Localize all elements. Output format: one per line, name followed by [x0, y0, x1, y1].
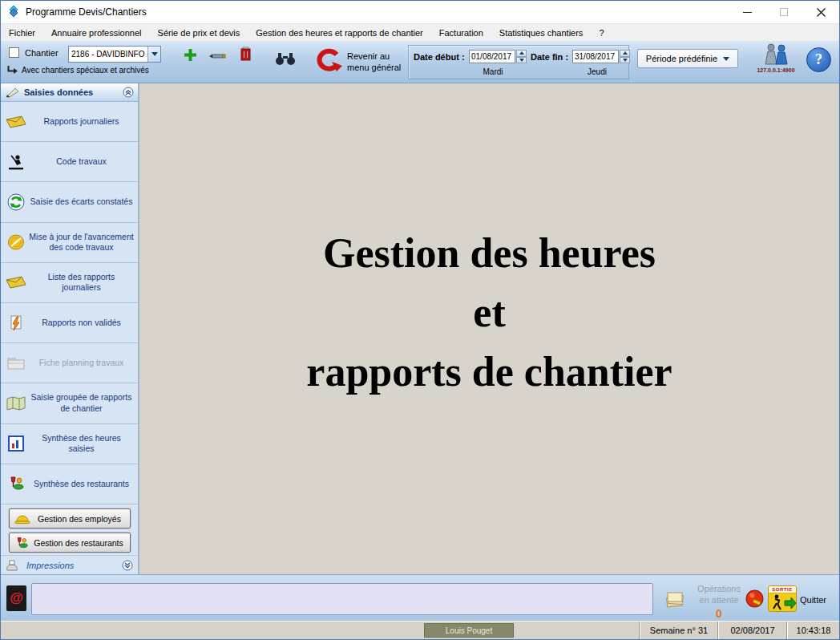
exit-figure-icon	[769, 593, 796, 611]
coin-icon	[3, 234, 29, 250]
chantier-label: Chantier	[25, 48, 59, 58]
sidebar-item-rapports-non-valides[interactable]: Rapports non validés	[1, 303, 138, 343]
search-button[interactable]	[275, 52, 296, 66]
user-badge: Louis Pouget	[424, 623, 514, 638]
sidebar-item-mise-a-jour-avancement[interactable]: Mise à jour de l'avancement des code tra…	[1, 223, 138, 263]
chantier-combobox[interactable]: 2186 - DAVIDBINFO - l	[68, 46, 161, 63]
date-start-spinner[interactable]	[516, 50, 527, 63]
report-envelope-icon	[3, 276, 29, 289]
gestion-restaurants-label: Gestion des restaurants	[33, 538, 125, 548]
sidebar-items: Rapports journaliers Code travaux Saisie…	[1, 102, 138, 504]
impressions-label: Impressions	[26, 561, 122, 570]
sidebar-item-code-travaux[interactable]: Code travaux	[1, 142, 138, 182]
page-title: Gestion des heures et rapports de chanti…	[306, 224, 672, 401]
date-end-label: Date fin :	[531, 52, 568, 62]
maximize-button[interactable]	[765, 1, 802, 23]
map-icon	[3, 396, 29, 411]
spin-down-icon[interactable]	[620, 57, 630, 64]
email-button[interactable]: @	[6, 585, 26, 611]
sidebar-item-label: Liste des rapports journaliers	[29, 272, 135, 294]
return-menu-label[interactable]: Revenir au menu général	[347, 51, 401, 74]
date-start-label: Date début :	[414, 52, 465, 62]
chevron-down-icon[interactable]	[147, 47, 160, 62]
sidebar-item-liste-rapports-journaliers[interactable]: Liste des rapports journaliers	[1, 263, 138, 303]
date-range-panel: Date début : 01/08/2017 Mardi Date fin :…	[408, 45, 629, 79]
app-window: Programme Devis/Chantiers Fichier Annuai…	[0, 0, 840, 640]
spin-down-icon[interactable]	[516, 57, 527, 64]
menu-fichier[interactable]: Fichier	[1, 25, 43, 41]
gestion-employes-button[interactable]: Gestion des employés	[9, 508, 131, 529]
edit-chantier-button[interactable]	[209, 51, 227, 62]
chevron-down-icon	[723, 57, 729, 61]
sidebar-header-saisies-donnees[interactable]: Saisies données	[1, 83, 138, 102]
at-icon: @	[10, 590, 23, 606]
message-panel[interactable]	[31, 583, 653, 615]
sidebar-item-synthese-heures[interactable]: Synthèse des heures saisies	[1, 424, 138, 464]
sidebar-item-synthese-restaurants[interactable]: Synthèse des restaurants	[1, 464, 138, 504]
add-chantier-button[interactable]	[184, 48, 197, 62]
return-menu-line1: Revenir au	[347, 51, 401, 62]
date-end-input[interactable]: 31/08/2017	[572, 50, 619, 63]
return-menu-button[interactable]	[313, 47, 342, 75]
spin-up-icon[interactable]	[516, 50, 527, 57]
gestion-restaurants-button[interactable]: Gestion des restaurants	[9, 533, 131, 553]
menu-gestion-des-heures[interactable]: Gestion des heures et rapports de chanti…	[248, 25, 431, 41]
predefined-period-label: Période prédéfinie	[646, 54, 717, 63]
pending-operations-icon	[664, 590, 685, 610]
sidebar-item-label: Saisie groupée de rapports de chantier	[29, 392, 135, 414]
archived-chantiers-row[interactable]: Avec chantiers spéciaux et archivés	[7, 66, 149, 75]
sidebar-item-saisie-groupee[interactable]: Saisie groupée de rapports de chantier	[1, 383, 138, 423]
users-icon	[762, 43, 790, 65]
return-menu-line2: menu général	[347, 62, 401, 73]
sidebar: Saisies données Rapports journaliers	[1, 83, 139, 574]
close-button[interactable]	[802, 1, 839, 23]
close-icon	[817, 8, 826, 17]
statusbar-spacer	[1, 622, 424, 639]
operations-count: 0	[685, 607, 753, 622]
chantier-combobox-value: 2186 - DAVIDBINFO - l	[69, 50, 147, 59]
binoculars-icon	[275, 52, 296, 66]
page-title-line2: et	[306, 283, 672, 342]
menu-help[interactable]: ?	[591, 25, 612, 41]
status-bar: Louis Pouget Semaine n° 31 02/08/2017 10…	[1, 621, 839, 639]
sidebar-item-label: Rapports non validés	[29, 318, 135, 329]
sidebar-item-label: Fiche planning travaux	[29, 358, 135, 369]
current-date: 02/08/2017	[719, 622, 786, 639]
connection-address: 127.0.0.1:4900	[753, 67, 799, 73]
sortie-sign-icon[interactable]: SORTIE	[768, 585, 797, 612]
gestion-employes-label: Gestion des employés	[34, 514, 125, 524]
menu-statistiques-chantiers[interactable]: Statistiques chantiers	[491, 25, 592, 41]
chevron-double-up-icon[interactable]	[123, 87, 134, 98]
sidebar-item-label: Rapports journaliers	[29, 116, 135, 128]
week-number: Semaine n° 31	[640, 622, 717, 639]
menu-bar: Fichier Annuaire professionnel Série de …	[1, 23, 839, 41]
chevron-double-down-icon[interactable]	[122, 560, 133, 571]
date-start-input[interactable]: 01/08/2017	[469, 50, 515, 63]
sortie-label: SORTIE	[769, 586, 796, 593]
minimize-button[interactable]	[729, 1, 765, 23]
sidebar-header-label: Saisies données	[24, 87, 123, 97]
spin-up-icon[interactable]	[620, 50, 630, 57]
menu-serie-de-prix-et-devis[interactable]: Série de prix et devis	[150, 25, 248, 41]
sidebar-section-impressions[interactable]: Impressions	[1, 555, 138, 574]
restaurant-icon	[3, 476, 29, 492]
delete-chantier-button[interactable]	[240, 47, 252, 62]
main-content: Gestion des heures et rapports de chanti…	[139, 83, 839, 574]
current-time: 10:43:18	[788, 622, 839, 639]
sync-arrows-icon	[3, 193, 29, 211]
help-button[interactable]: ?	[806, 47, 831, 72]
predefined-period-button[interactable]: Période prédéfinie	[637, 49, 738, 68]
toolbar: Chantier 2186 - DAVIDBINFO - l	[1, 41, 839, 83]
minimize-icon	[743, 12, 752, 13]
sidebar-item-fiche-planning-travaux: Fiche planning travaux	[1, 343, 138, 383]
sidebar-item-rapports-journaliers[interactable]: Rapports journaliers	[1, 102, 138, 142]
date-end-spinner[interactable]	[620, 50, 630, 63]
app-icon	[7, 5, 20, 19]
chantier-checkbox[interactable]	[9, 47, 19, 58]
sidebar-item-saisie-des-ecarts[interactable]: Saisie des écarts constatés	[1, 182, 138, 222]
alert-orb-icon[interactable]	[745, 589, 765, 610]
operations-label-line2: en attente	[685, 595, 753, 606]
menu-annuaire-professionnel[interactable]: Annuaire professionnel	[43, 25, 150, 41]
quit-button[interactable]: Quitter	[800, 595, 826, 605]
menu-facturation[interactable]: Facturation	[431, 25, 491, 41]
